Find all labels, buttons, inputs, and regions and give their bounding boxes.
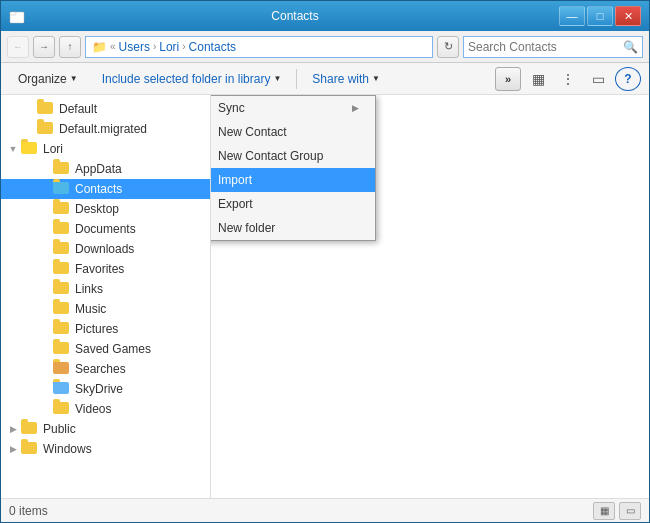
status-count: 0 items — [9, 504, 48, 518]
back-button[interactable]: ← — [7, 36, 29, 58]
menu-item-new-contact[interactable]: New Contact — [211, 120, 375, 144]
menu-item-import[interactable]: Import — [211, 168, 375, 192]
window-title: Contacts — [31, 9, 559, 23]
sidebar-item-favorites[interactable]: Favorites — [1, 259, 210, 279]
main-area: Default Default.migrated ▼ Lori AppData — [1, 95, 649, 498]
sidebar-item-searches[interactable]: Searches — [1, 359, 210, 379]
sidebar-item-music[interactable]: Music — [1, 299, 210, 319]
address-path[interactable]: 📁 « Users › Lori › Contacts — [85, 36, 433, 58]
sidebar-item-default-migrated[interactable]: Default.migrated — [1, 119, 210, 139]
maximize-button[interactable]: □ — [587, 6, 613, 26]
search-icon: 🔍 — [623, 40, 638, 54]
sidebar-item-appdata[interactable]: AppData — [1, 159, 210, 179]
view-layout-button[interactable]: ▦ — [525, 67, 551, 91]
sidebar-item-desktop[interactable]: Desktop — [1, 199, 210, 219]
expand-icon: ▶ — [5, 424, 21, 434]
sidebar-item-contacts[interactable]: Contacts — [1, 179, 210, 199]
sidebar-item-pictures[interactable]: Pictures — [1, 319, 210, 339]
more-button[interactable]: » — [495, 67, 521, 91]
forward-button[interactable]: → — [33, 36, 55, 58]
menu-item-new-folder[interactable]: New folder — [211, 216, 375, 240]
breadcrumb-users[interactable]: Users — [119, 40, 150, 54]
status-bar: 0 items ▦ ▭ — [1, 498, 649, 522]
share-with-button[interactable]: Share with ▼ — [303, 67, 389, 91]
sidebar-item-default[interactable]: Default — [1, 99, 210, 119]
status-view-details-button[interactable]: ▭ — [619, 502, 641, 520]
expand-icon: ▶ — [5, 444, 21, 454]
sidebar: Default Default.migrated ▼ Lori AppData — [1, 95, 211, 498]
minimize-button[interactable]: — — [559, 6, 585, 26]
title-bar: Contacts — □ ✕ — [1, 1, 649, 31]
toolbar: Organize ▼ Include selected folder in li… — [1, 63, 649, 95]
up-button[interactable]: ↑ — [59, 36, 81, 58]
toolbar-right: » ▦ ⋮ ▭ ? — [495, 67, 641, 91]
dropdown-menu: Sync ▶ New Contact New Contact Group Imp… — [211, 95, 376, 241]
sidebar-item-saved-games[interactable]: Saved Games — [1, 339, 210, 359]
expand-icon: ▼ — [5, 144, 21, 154]
sidebar-item-videos[interactable]: Videos — [1, 399, 210, 419]
sidebar-item-public[interactable]: ▶ Public — [1, 419, 210, 439]
window-icon — [9, 8, 25, 24]
window-controls: — □ ✕ — [559, 6, 641, 26]
status-right: ▦ ▭ — [593, 502, 641, 520]
search-input[interactable] — [468, 40, 623, 54]
menu-item-sync[interactable]: Sync ▶ — [211, 96, 375, 120]
sidebar-item-windows[interactable]: ▶ Windows — [1, 439, 210, 459]
sidebar-item-links[interactable]: Links — [1, 279, 210, 299]
help-button[interactable]: ? — [615, 67, 641, 91]
sidebar-item-downloads[interactable]: Downloads — [1, 239, 210, 259]
refresh-button[interactable]: ↻ — [437, 36, 459, 58]
sidebar-item-documents[interactable]: Documents — [1, 219, 210, 239]
view-details-button[interactable]: ⋮ — [555, 67, 581, 91]
breadcrumb-lori[interactable]: Lori — [159, 40, 179, 54]
content-area: This fold Sync ▶ New Contact New Contact… — [211, 95, 649, 498]
organize-button[interactable]: Organize ▼ — [9, 67, 87, 91]
sidebar-item-lori[interactable]: ▼ Lori — [1, 139, 210, 159]
submenu-arrow-icon: ▶ — [352, 103, 359, 113]
status-view-list-button[interactable]: ▦ — [593, 502, 615, 520]
svg-rect-2 — [10, 12, 24, 23]
sidebar-item-skydrive[interactable]: SkyDrive — [1, 379, 210, 399]
close-button[interactable]: ✕ — [615, 6, 641, 26]
breadcrumb-icon: 📁 — [92, 40, 107, 54]
toolbar-separator — [296, 69, 297, 89]
search-box: 🔍 — [463, 36, 643, 58]
menu-item-new-contact-group[interactable]: New Contact Group — [211, 144, 375, 168]
window: Contacts — □ ✕ ← → ↑ 📁 « Users › Lori › … — [0, 0, 650, 523]
address-bar: ← → ↑ 📁 « Users › Lori › Contacts ↻ 🔍 — [1, 31, 649, 63]
menu-item-export[interactable]: Export — [211, 192, 375, 216]
include-folder-button[interactable]: Include selected folder in library ▼ — [93, 67, 291, 91]
view-preview-button[interactable]: ▭ — [585, 67, 611, 91]
breadcrumb-contacts[interactable]: Contacts — [189, 40, 236, 54]
